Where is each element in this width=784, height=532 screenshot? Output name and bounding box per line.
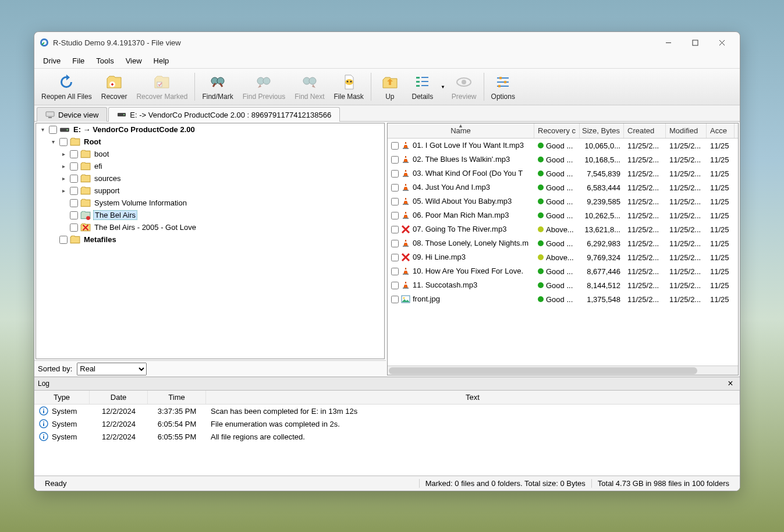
file-checkbox[interactable]	[391, 268, 399, 275]
svg-point-50	[43, 409, 44, 410]
tree-checkbox[interactable]	[70, 199, 78, 207]
tree-node[interactable]: ▸efi	[36, 160, 384, 172]
file-row[interactable]: 04. Just You And I.mp3Good ...6,583,4441…	[388, 180, 738, 194]
toolbar-details[interactable]: Details	[406, 70, 439, 104]
tree-node[interactable]: ▸sources	[36, 172, 384, 185]
toolbar-recover[interactable]: Recover	[97, 70, 132, 104]
file-checkbox[interactable]	[391, 226, 399, 233]
tree-checkbox[interactable]	[70, 150, 78, 158]
toolbar-options[interactable]: Options	[487, 70, 520, 104]
svg-rect-29	[405, 144, 407, 145]
toolbar-up[interactable]: Up	[374, 70, 406, 104]
log-col-text[interactable]: Text	[206, 391, 740, 404]
log-row[interactable]: System12/2/20243:37:35 PMScan has been c…	[34, 405, 740, 417]
tree-node[interactable]: ▸boot	[36, 148, 384, 160]
col-modified[interactable]: Modified	[666, 123, 707, 138]
file-row[interactable]: 05. Wild About You Baby.mp3Good ...9,239…	[388, 194, 738, 208]
tree-node[interactable]: System Volume Information	[36, 197, 384, 209]
file-created: 11/25/2...	[624, 155, 666, 164]
file-checkbox[interactable]	[391, 170, 399, 178]
col-size[interactable]: Size, Bytes	[580, 123, 624, 138]
tree-checkbox[interactable]	[70, 162, 78, 171]
file-name: 04. Just You And I.mp3	[413, 183, 490, 191]
file-checkbox[interactable]	[391, 296, 399, 303]
file-row[interactable]: 02. The Blues Is Walkin'.mp3Good ...10,1…	[388, 152, 738, 166]
tree-node[interactable]: The Bel Airs	[36, 209, 384, 221]
file-checkbox[interactable]	[391, 254, 399, 261]
file-list-hscrollbar[interactable]	[388, 366, 738, 375]
tree-checkbox[interactable]	[70, 211, 78, 219]
expand-icon[interactable]: ▾	[49, 139, 57, 145]
log-type: System	[52, 420, 77, 428]
toolbar-details-dropdown[interactable]: ▼	[439, 84, 447, 90]
toolbar-reopen[interactable]: Reopen All Files	[37, 70, 97, 104]
menu-help[interactable]: Help	[148, 55, 175, 67]
tree-checkbox[interactable]	[70, 187, 78, 195]
tree-node[interactable]: ▸support	[36, 185, 384, 197]
col-accessed[interactable]: Acce	[707, 123, 735, 138]
tree-node[interactable]: The Bel Airs - 2005 - Got Love	[36, 221, 384, 233]
tree-node[interactable]: ▾Root	[36, 136, 384, 148]
sort-select[interactable]: Real	[77, 363, 147, 375]
col-recovery[interactable]: Recovery c	[534, 123, 580, 138]
minimize-button[interactable]	[655, 34, 682, 51]
tree-checkbox[interactable]	[70, 224, 78, 232]
menu-drive[interactable]: Drive	[38, 55, 66, 67]
toolbar-file-mask[interactable]: File Mask	[329, 70, 368, 104]
svg-point-56	[43, 434, 44, 435]
file-checkbox[interactable]	[391, 212, 399, 219]
info-icon	[39, 432, 48, 441]
col-created[interactable]: Created	[624, 123, 666, 138]
toolbar-find-mark[interactable]: Find/Mark	[197, 70, 237, 104]
file-created: 11/25/2...	[624, 295, 666, 304]
file-checkbox[interactable]	[391, 198, 399, 205]
maximize-button[interactable]	[682, 34, 708, 51]
file-row[interactable]: front.jpgGood ...1,375,54811/25/2...11/2…	[388, 292, 738, 306]
file-list-rows[interactable]: 01. I Got Love If You Want It.mp3Good ..…	[388, 139, 738, 366]
file-checkbox[interactable]	[391, 156, 399, 164]
file-checkbox[interactable]	[391, 240, 399, 247]
log-col-date[interactable]: Date	[90, 391, 148, 404]
log-col-type[interactable]: Type	[34, 391, 90, 404]
file-row[interactable]: 06. Poor Man Rich Man.mp3Good ...10,262,…	[388, 208, 738, 222]
file-row[interactable]: 07. Going To The River.mp3Above...13,621…	[388, 222, 738, 236]
file-checkbox[interactable]	[391, 282, 399, 289]
log-row[interactable]: System12/2/20246:05:55 PMAll file region…	[34, 430, 740, 443]
file-created: 11/25/2...	[624, 281, 666, 290]
menu-file[interactable]: File	[67, 55, 90, 67]
expand-icon[interactable]: ▸	[59, 151, 68, 157]
tab-device-view[interactable]: Device view	[37, 107, 107, 122]
tree-node[interactable]: Metafiles	[36, 233, 384, 246]
col-name[interactable]: ▲Name	[388, 123, 534, 138]
log-row[interactable]: System12/2/20246:05:54 PMFile enumeratio…	[34, 417, 740, 430]
tree-label: E: → VendorCo ProductCode 2.00	[72, 125, 196, 134]
file-checkbox[interactable]	[391, 184, 399, 191]
file-row[interactable]: 03. What Kind Of Fool (Do You TGood ...7…	[388, 166, 738, 180]
log-col-time[interactable]: Time	[148, 391, 206, 404]
svg-rect-31	[405, 158, 407, 159]
tree-checkbox[interactable]	[59, 236, 68, 244]
log-close-button[interactable]: ×	[725, 378, 736, 389]
file-row[interactable]: 11. Succotash.mp3Good ...8,144,51211/25/…	[388, 278, 738, 292]
close-button[interactable]	[708, 34, 735, 51]
file-accessed: 11/25	[707, 295, 735, 304]
file-row[interactable]: 10. How Are You Fixed For Love.Good ...8…	[388, 264, 738, 278]
expand-icon[interactable]: ▸	[59, 175, 68, 182]
file-accessed: 11/25	[707, 267, 735, 276]
tree-checkbox[interactable]	[49, 126, 57, 134]
file-row[interactable]: 09. Hi Line.mp3Above...9,769,32411/25/2.…	[388, 250, 738, 264]
file-checkbox[interactable]	[391, 142, 399, 150]
tree-checkbox[interactable]	[70, 175, 78, 183]
expand-icon[interactable]: ▸	[59, 163, 68, 169]
tree-checkbox[interactable]	[59, 138, 68, 146]
folder-tree[interactable]: ▾E: → VendorCo ProductCode 2.00▾Root▸boo…	[36, 123, 385, 359]
menu-tools[interactable]: Tools	[91, 55, 119, 67]
menu-view[interactable]: View	[120, 55, 147, 67]
tab-file-view[interactable]: E: -> VendorCo ProductCode 2.00 : 896979…	[108, 107, 340, 122]
expand-icon[interactable]: ▸	[59, 187, 68, 194]
file-row[interactable]: 01. I Got Love If You Want It.mp3Good ..…	[388, 139, 738, 152]
file-row[interactable]: 08. Those Lonely, Lonely Nights.mGood ..…	[388, 236, 738, 250]
expand-icon[interactable]: ▾	[38, 126, 47, 133]
tree-node[interactable]: ▾E: → VendorCo ProductCode 2.00	[36, 123, 384, 136]
file-name: 01. I Got Love If You Want It.mp3	[413, 141, 524, 150]
